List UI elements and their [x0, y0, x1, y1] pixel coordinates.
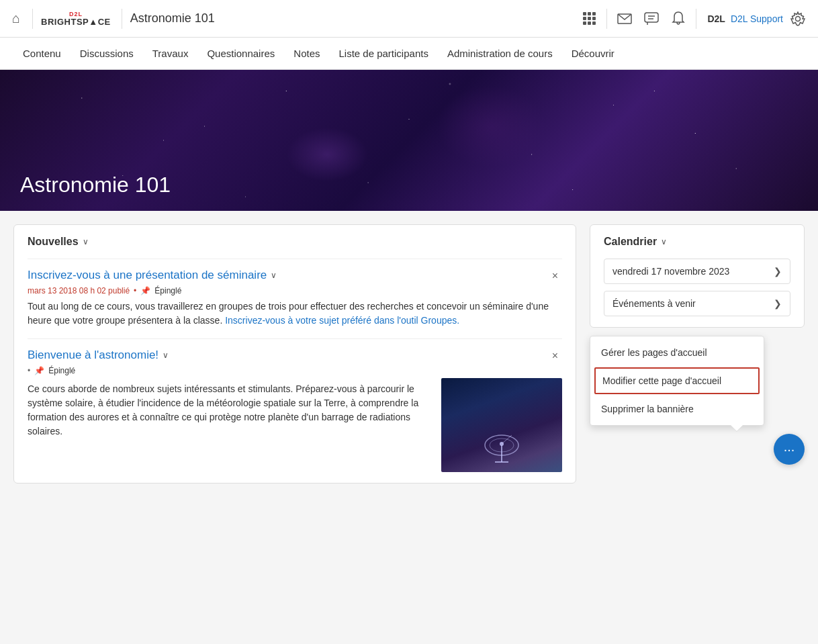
news-item-1-meta: mars 13 2018 08 h 02 publié • 📌 Épinglé — [28, 286, 562, 295]
separator-2 — [122, 9, 122, 29]
pin-icon-2b: 📌 — [34, 366, 44, 375]
home-icon[interactable]: ⌂ — [8, 7, 24, 30]
calendar-events-label: Événements à venir — [612, 298, 696, 309]
grid-dot — [588, 21, 591, 25]
nav-questionnaires[interactable]: Questionnaires — [197, 38, 284, 70]
nav-liste-participants[interactable]: Liste de participants — [329, 38, 437, 70]
pin-icon-2: • — [28, 366, 30, 375]
mail-icon — [617, 13, 632, 24]
calendar-date-item[interactable]: vendredi 17 novembre 2023 ❯ — [604, 259, 790, 284]
news-item-1-body: Tout au long de ce cours, vous travaille… — [28, 300, 562, 328]
dropdown-item-modifier[interactable]: Modifier cette page d'accueil — [594, 367, 760, 394]
news-item-2-chevron[interactable]: ∨ — [163, 351, 169, 360]
grid-dot — [583, 12, 586, 15]
left-column: Nouvelles ∨ Inscrivez-vous à une présent… — [13, 224, 576, 484]
calendar-date-label: vendredi 17 novembre 2023 — [612, 266, 729, 277]
calendar-date-chevron: ❯ — [774, 266, 782, 277]
d2l-logo-brightspace: BRIGHTSP▲CE — [41, 17, 111, 26]
d2l-support-link[interactable]: D2L Support — [731, 13, 783, 24]
news-item-2-with-image: Ce cours aborde de nombreux sujets intér… — [28, 378, 562, 472]
news-item-2-close[interactable]: × — [548, 349, 562, 363]
calendar-header: Calendrier ∨ — [604, 236, 790, 248]
d2l-brand-label: D2L — [707, 13, 725, 24]
d2l-logo: D2L BRIGHTSP▲CE — [41, 11, 111, 26]
grid-dot — [592, 12, 596, 15]
grid-icon — [583, 12, 596, 25]
grid-dot — [592, 21, 596, 25]
grid-dot — [592, 17, 596, 20]
grid-dot — [583, 17, 586, 20]
dropdown-arrow — [730, 425, 743, 432]
pin-icon-1: 📌 — [140, 286, 150, 295]
banner-title: Astronomie 101 — [20, 173, 171, 197]
news-item-1-title-row: Inscrivez-vous à une présentation de sém… — [28, 269, 277, 282]
grid-dot — [588, 17, 591, 20]
news-item-2-body: Ce cours aborde de nombreux sujets intér… — [28, 382, 430, 439]
svg-point-4 — [796, 16, 801, 21]
news-card-header: Nouvelles ∨ — [28, 236, 562, 248]
news-item-2-image — [441, 378, 562, 472]
nav-contenu[interactable]: Contenu — [13, 38, 71, 70]
news-item-2-title[interactable]: Bienvenue à l'astronomie! — [28, 349, 158, 362]
nav-discussions[interactable]: Discussions — [71, 38, 143, 70]
calendar-events-chevron: ❯ — [774, 298, 782, 309]
news-item-1-link[interactable]: Inscrivez-vous à votre sujet préféré dan… — [225, 315, 459, 326]
dropdown-item-supprimer[interactable]: Supprimer la bannière — [590, 396, 764, 422]
chat-icon-btn[interactable] — [639, 7, 664, 31]
fab-button[interactable]: ··· — [774, 434, 805, 465]
news-item-1-close[interactable]: × — [548, 269, 562, 283]
main-content: Nouvelles ∨ Inscrivez-vous à une présent… — [0, 211, 818, 497]
news-item-2-header: Bienvenue à l'astronomie! ∨ × — [28, 349, 562, 363]
nav-bar: Contenu Discussions Travaux Questionnair… — [0, 38, 818, 70]
mail-icon-btn[interactable] — [612, 7, 637, 31]
calendar-section-title: Calendrier — [604, 236, 657, 248]
news-card: Nouvelles ∨ Inscrivez-vous à une présent… — [13, 224, 576, 484]
grid-dot — [583, 21, 586, 25]
grid-icon-btn[interactable] — [577, 7, 601, 31]
bell-icon — [672, 11, 685, 26]
news-item-1-title[interactable]: Inscrivez-vous à une présentation de sém… — [28, 269, 267, 282]
dropdown-menu: Gérer les pages d'accueil Modifier cette… — [590, 336, 764, 426]
top-header: ⌂ D2L BRIGHTSP▲CE Astronomie 101 — [0, 0, 818, 38]
news-item-1-header: Inscrivez-vous à une présentation de sém… — [28, 269, 562, 283]
news-item-2-meta: • 📌 Épinglé — [28, 366, 562, 375]
nav-travaux[interactable]: Travaux — [143, 38, 198, 70]
separator-3 — [606, 9, 607, 29]
news-item-2-title-row: Bienvenue à l'astronomie! ∨ — [28, 349, 169, 362]
settings-icon-btn[interactable] — [786, 7, 810, 31]
chat-icon — [644, 12, 659, 26]
calendar-events-item[interactable]: Événements à venir ❯ — [604, 291, 790, 316]
news-item-2: Bienvenue à l'astronomie! ∨ × • 📌 Épingl… — [28, 338, 562, 472]
calendar-card: Calendrier ∨ vendredi 17 novembre 2023 ❯… — [590, 224, 805, 328]
calendar-chevron-down[interactable]: ∨ — [661, 237, 667, 246]
bell-icon-btn[interactable] — [666, 7, 690, 31]
nav-decouvrir[interactable]: Découvrir — [562, 38, 624, 70]
dropdown-item-gerer[interactable]: Gérer les pages d'accueil — [590, 339, 764, 366]
news-section-title: Nouvelles — [28, 236, 79, 248]
grid-dot — [588, 12, 591, 15]
svg-rect-1 — [645, 13, 658, 22]
news-item-1-epingle: Épinglé — [154, 286, 181, 295]
right-column: Calendrier ∨ vendredi 17 novembre 2023 ❯… — [590, 224, 805, 484]
news-item-2-epingle: Épinglé — [48, 366, 75, 375]
nav-administration-cours[interactable]: Administration de cours — [438, 38, 562, 70]
course-title: Astronomie 101 — [130, 11, 572, 26]
news-item-1-bullet: • — [134, 286, 136, 295]
news-item-1-date: mars 13 2018 08 h 02 publié — [28, 286, 130, 295]
news-item-2-text: Ce cours aborde de nombreux sujets intér… — [28, 378, 430, 439]
separator-1 — [32, 9, 33, 29]
news-item-1-chevron[interactable]: ∨ — [271, 271, 277, 280]
svg-line-10 — [502, 435, 512, 444]
satellite-dish-icon — [482, 432, 522, 465]
separator-4 — [696, 9, 696, 29]
news-item-1: Inscrivez-vous à une présentation de sém… — [28, 259, 562, 328]
gear-icon — [790, 11, 805, 26]
news-chevron-down[interactable]: ∨ — [83, 237, 89, 246]
course-banner: Astronomie 101 — [0, 70, 818, 211]
header-right-icons: D2L D2L Support — [577, 7, 810, 31]
nav-notes[interactable]: Notes — [284, 38, 329, 70]
